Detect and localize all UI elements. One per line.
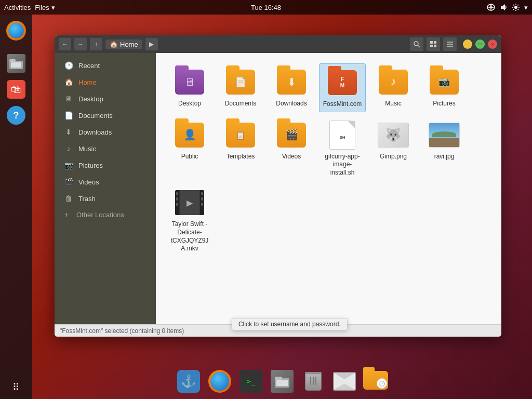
dock-software[interactable]: 🛍 xyxy=(4,77,28,101)
dock-apps-grid[interactable]: ⠿ xyxy=(4,375,28,399)
file-pictures-label: Pictures xyxy=(433,100,455,108)
file-desktop[interactable]: 🖥 Desktop xyxy=(166,63,213,112)
file-templates-label: Templates xyxy=(227,153,255,161)
svg-rect-7 xyxy=(430,41,433,44)
sound-icon[interactable] xyxy=(499,3,508,11)
maximize-button[interactable]: □ xyxy=(475,39,485,49)
sidebar-item-music[interactable]: ♪ Music xyxy=(57,141,154,156)
public-folder-icon: 👤 xyxy=(174,119,205,151)
file-ravi[interactable]: ravi.jpg xyxy=(421,116,468,180)
file-templates[interactable]: 📋 Templates xyxy=(217,116,264,180)
dock-files[interactable] xyxy=(4,51,28,75)
file-downloads-label: Downloads xyxy=(276,100,307,108)
taskbar-terminal[interactable]: >_ xyxy=(237,368,264,395)
svg-rect-3 xyxy=(9,59,16,62)
downloads-icon: ⬇ xyxy=(64,127,73,137)
taskbar-timemachine[interactable]: 🕐 xyxy=(362,368,389,395)
taskbar-files-icon xyxy=(271,370,294,393)
network-icon[interactable] xyxy=(487,3,495,11)
file-pictures[interactable]: 📷 Pictures xyxy=(421,63,468,112)
software-icon: 🛍 xyxy=(7,80,25,99)
svg-point-5 xyxy=(414,42,418,46)
svg-rect-15 xyxy=(275,377,282,380)
file-gifcurry[interactable]: SH gifcurry-app-image-install.sh xyxy=(319,116,366,180)
home-icon: 🏠 xyxy=(110,41,118,48)
sidebar-item-trash[interactable]: 🗑 Trash xyxy=(57,191,154,206)
activities-button[interactable]: Activities xyxy=(4,4,31,11)
sidebar-item-downloads[interactable]: ⬇ Downloads xyxy=(57,124,154,140)
forward-button[interactable]: → xyxy=(74,38,87,50)
firefox-icon xyxy=(6,21,26,41)
dock-firefox[interactable] xyxy=(4,19,28,43)
trash-icon: 🗑 xyxy=(64,194,73,203)
svg-line-6 xyxy=(418,45,420,47)
terminal-icon: >_ xyxy=(240,370,262,393)
search-button[interactable] xyxy=(410,37,423,51)
file-music[interactable]: ♪ Music xyxy=(370,63,417,112)
system-icon[interactable] xyxy=(512,3,520,11)
file-public-label: Public xyxy=(181,153,198,161)
svg-marker-0 xyxy=(501,4,505,10)
files-icon xyxy=(7,54,25,73)
tooltip-bar[interactable]: Click to set username and password. xyxy=(232,318,348,330)
taskbar-mail[interactable] xyxy=(331,368,358,395)
taskbar: ⚓ >_ xyxy=(32,364,532,399)
back-button[interactable]: ← xyxy=(59,38,71,50)
file-videos[interactable]: 🎬 Videos xyxy=(268,116,315,180)
taskbar-anchor[interactable]: ⚓ xyxy=(175,368,202,395)
file-documents[interactable]: 📄 Documents xyxy=(217,63,264,112)
sidebar-item-recent[interactable]: 🕐 Recent xyxy=(57,58,154,73)
svg-rect-9 xyxy=(430,45,433,47)
sidebar-recent-label: Recent xyxy=(78,62,100,70)
gifcurry-file-icon: SH xyxy=(327,119,358,151)
taskbar-files[interactable] xyxy=(269,368,296,395)
sidebar: 🕐 Recent 🏠 Home 🖥 Desktop 📄 Documents ⬇ … xyxy=(55,53,156,324)
documents-icon: 📄 xyxy=(64,111,73,120)
taylor-file-icon: ▶ xyxy=(174,187,205,218)
minimize-button[interactable]: – xyxy=(463,39,472,49)
sidebar-item-home[interactable]: 🏠 Home xyxy=(57,74,154,90)
svg-rect-4 xyxy=(11,62,21,68)
main-files-area[interactable]: 🖥 Desktop 📄 Documents xyxy=(156,53,501,324)
sidebar-downloads-label: Downloads xyxy=(78,128,112,136)
file-downloads[interactable]: ⬇ Downloads xyxy=(268,63,315,112)
sidebar-item-other[interactable]: + Other Locations xyxy=(55,207,156,222)
menu-button[interactable] xyxy=(443,37,457,51)
gimp-file-icon: 🐺 xyxy=(378,119,409,151)
file-manager-window: ← → ↑ 🏠 Home ▶ – □ × 🕐 Recent � xyxy=(55,35,501,337)
file-music-label: Music xyxy=(385,100,401,108)
file-taylor[interactable]: ▶ Taylor Swift - Delicate-tCXGJQYZ9JA.mk… xyxy=(166,184,213,256)
desktop-folder-icon: 🖥 xyxy=(174,66,205,98)
sidebar-trash-label: Trash xyxy=(78,195,96,203)
pictures-folder-icon: 📷 xyxy=(429,66,460,98)
file-desktop-label: Desktop xyxy=(178,100,201,108)
file-documents-label: Documents xyxy=(225,100,257,108)
file-gifcurry-label: gifcurry-app-image-install.sh xyxy=(322,153,363,177)
file-fossmint-label: FossMint.com xyxy=(323,100,362,109)
file-gimp[interactable]: 🐺 Gimp.png xyxy=(370,116,417,180)
app-menu-arrow: ▾ xyxy=(51,4,55,11)
dock-help[interactable]: ? xyxy=(4,103,28,127)
app-name-label: Files xyxy=(35,4,49,11)
sidebar-item-pictures[interactable]: 📷 Pictures xyxy=(57,157,154,173)
taskbar-firefox[interactable] xyxy=(206,368,233,395)
content-area: 🕐 Recent 🏠 Home 🖥 Desktop 📄 Documents ⬇ … xyxy=(55,53,501,324)
app-menu[interactable]: Files ▾ xyxy=(35,4,55,11)
sidebar-item-documents[interactable]: 📄 Documents xyxy=(57,108,154,123)
desktop-icon: 🖥 xyxy=(64,94,73,103)
sidebar-item-videos[interactable]: 🎬 Videos xyxy=(57,174,154,190)
sidebar-documents-label: Documents xyxy=(78,112,113,119)
location-arrow[interactable]: ▶ xyxy=(145,38,158,50)
file-public[interactable]: 👤 Public xyxy=(166,116,213,180)
taskbar-trash[interactable] xyxy=(300,368,327,395)
location-bar[interactable]: 🏠 Home xyxy=(105,39,142,49)
file-fossmint[interactable]: FM FossMint.com xyxy=(319,63,366,112)
videos-icon: 🎬 xyxy=(64,177,73,187)
close-button[interactable]: × xyxy=(488,39,497,49)
view-toggle-button[interactable] xyxy=(427,37,440,51)
system-menu-arrow[interactable]: ▾ xyxy=(524,4,528,11)
files-grid: 🖥 Desktop 📄 Documents xyxy=(166,63,491,256)
up-button[interactable]: ↑ xyxy=(90,38,102,50)
sidebar-item-desktop[interactable]: 🖥 Desktop xyxy=(57,91,154,107)
fossmint-folder-icon: FM xyxy=(327,67,358,98)
